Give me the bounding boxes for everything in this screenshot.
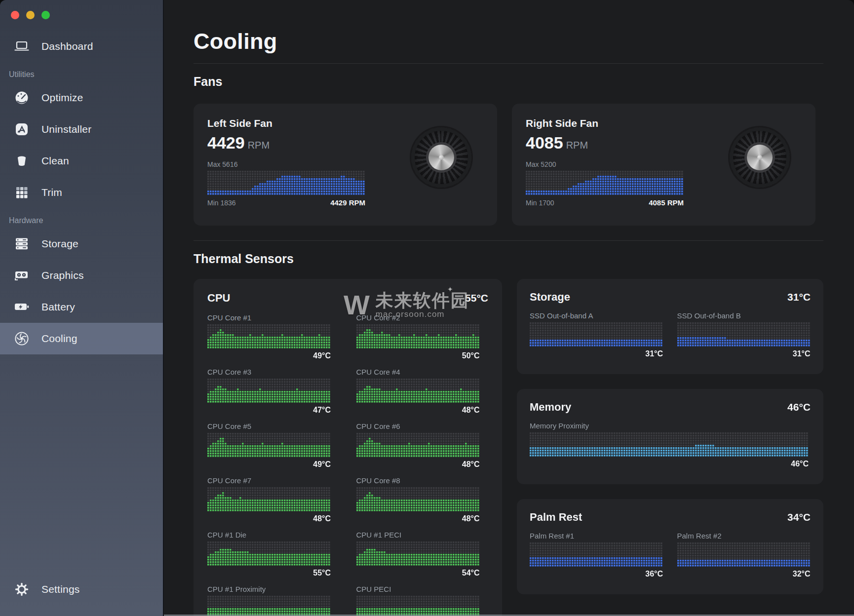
- sidebar-item-label: Clean: [41, 155, 69, 167]
- sidebar-item-cooling[interactable]: Cooling: [0, 323, 163, 354]
- minimize-button[interactable]: [26, 11, 35, 19]
- sensor-graph-wrap: 31°C: [677, 322, 811, 358]
- history-graph-ssd_b: [677, 322, 811, 347]
- fan-image: [411, 127, 471, 188]
- sensor-graph-wrap: 49°C: [207, 433, 331, 469]
- history-graph-core8: [356, 487, 480, 512]
- page-title: Cooling: [194, 0, 823, 54]
- sensor-temp: 48°C: [356, 460, 480, 469]
- fan-card: Right Side Fan4085RPMMax 5200Min 1700408…: [512, 104, 815, 226]
- divider: [194, 63, 823, 64]
- sidebar-item-label: Uninstaller: [41, 123, 91, 135]
- server-icon: [13, 235, 31, 253]
- sensor-label: SSD Out-of-band A: [530, 311, 663, 320]
- bucket-icon: [13, 152, 31, 170]
- sensor-graph-wrap: [207, 596, 331, 616]
- sensor-label: CPU Core #2: [356, 313, 489, 322]
- sensor-label: CPU PECI: [356, 585, 489, 593]
- sensor-label: SSD Out-of-band B: [677, 311, 811, 320]
- fan-hub: [428, 145, 454, 170]
- fan-rpm-value: 4429: [207, 133, 245, 152]
- sidebar-item-battery[interactable]: Battery: [0, 291, 163, 323]
- sidebar-item-trim[interactable]: Trim: [0, 177, 163, 208]
- sensor-item: SSD Out-of-band A31°C: [530, 311, 663, 358]
- sensor-label: CPU Core #8: [356, 476, 489, 485]
- card-temp: 34°C: [787, 511, 811, 523]
- sensor-graph-wrap: [356, 596, 480, 616]
- fan-current-rpm: 4085 RPM: [649, 198, 684, 207]
- sidebar-item-label: Optimize: [41, 92, 83, 104]
- sidebar-item-graphics[interactable]: Graphics: [0, 260, 163, 291]
- sidebar-item-optimize[interactable]: Optimize: [0, 82, 163, 114]
- sensor-graph-wrap: 31°C: [530, 322, 663, 358]
- sidebar-section-label: Hardware: [9, 216, 163, 225]
- sensor-temp: 55°C: [207, 569, 331, 578]
- sensor-item: CPU PECI: [356, 585, 489, 616]
- fan-rpm-unit: RPM: [248, 140, 270, 151]
- fan-image: [730, 127, 790, 188]
- sensor-item: Palm Rest #232°C: [677, 532, 811, 578]
- sensor-label: Palm Rest #2: [677, 532, 811, 540]
- sensor-item: CPU #1 PECI54°C: [356, 531, 489, 578]
- sensor-label: CPU Core #1: [207, 313, 340, 322]
- fan-min-label: Min 1700: [526, 199, 554, 207]
- sensor-graph-wrap: 48°C: [356, 487, 480, 523]
- close-button[interactable]: [11, 11, 19, 19]
- zoom-button[interactable]: [41, 11, 50, 19]
- main-content: Cooling Fans Left Side Fan4429RPMMax 561…: [164, 0, 854, 616]
- history-graph-core5: [207, 433, 331, 458]
- sensor-temp: 46°C: [530, 460, 809, 468]
- fan-graph-footer: Min 17004085 RPM: [526, 198, 684, 207]
- sidebar-item-dashboard[interactable]: Dashboard: [0, 31, 163, 62]
- sensor-graph-wrap: 48°C: [207, 487, 331, 523]
- sensor-item: Palm Rest #136°C: [530, 532, 663, 578]
- gear-icon: [13, 580, 31, 598]
- sidebar-item-storage[interactable]: Storage: [0, 228, 163, 260]
- sensor-graph-wrap: 48°C: [356, 379, 480, 415]
- card-title: Palm Rest: [530, 511, 582, 524]
- sensor-graph-wrap: 46°C: [530, 432, 809, 468]
- sensor-item: Memory Proximity46°C: [530, 422, 811, 468]
- sensor-label: CPU Core #7: [207, 476, 340, 485]
- sidebar-item-uninstaller[interactable]: Uninstaller: [0, 114, 163, 145]
- sidebar-item-settings[interactable]: Settings: [0, 574, 163, 605]
- thermal-row: CPU 55°C CPU Core #149°CCPU Core #250°CC…: [194, 279, 823, 616]
- battery-icon: [13, 298, 31, 316]
- history-graph-core2: [356, 324, 480, 349]
- fan-graph-block: Max 5200Min 17004085 RPM: [526, 160, 684, 207]
- sensor-label: CPU #1 Proximity: [207, 585, 340, 593]
- sidebar-item-label: Trim: [41, 187, 62, 198]
- cpu-card-header: CPU 55°C: [207, 292, 488, 305]
- history-graph-peci1: [356, 541, 480, 566]
- card-sensor-grid: Palm Rest #136°CPalm Rest #232°C: [530, 532, 811, 578]
- card-title: Memory: [530, 401, 571, 414]
- thermal-right-column: Storage31°CSSD Out-of-band A31°CSSD Out-…: [517, 279, 823, 594]
- fans-row: Left Side Fan4429RPMMax 5616Min 18364429…: [194, 104, 823, 226]
- sidebar-item-label: Graphics: [41, 270, 84, 281]
- fan-current-rpm: 4429 RPM: [330, 198, 365, 207]
- sensor-graph-wrap: 36°C: [530, 542, 663, 578]
- storage-card: Storage31°CSSD Out-of-band A31°CSSD Out-…: [517, 279, 823, 374]
- sidebar-item-clean[interactable]: Clean: [0, 145, 163, 177]
- sensor-temp: 54°C: [356, 569, 480, 578]
- card-title: Storage: [530, 291, 570, 304]
- card-temp: 46°C: [787, 401, 811, 413]
- sensor-temp: 50°C: [356, 351, 480, 360]
- laptop-icon: [13, 38, 31, 55]
- sensor-label: CPU Core #5: [207, 422, 340, 430]
- sensor-item: CPU Core #448°C: [356, 368, 489, 415]
- sensor-temp: 49°C: [207, 460, 331, 469]
- window-controls: [11, 11, 50, 19]
- cpu-card-title: CPU: [207, 292, 230, 305]
- sensor-graph-wrap: 54°C: [356, 541, 480, 578]
- sensor-label: CPU #1 Die: [207, 531, 340, 539]
- card-temp: 31°C: [787, 291, 811, 303]
- gpu-icon: [13, 267, 31, 284]
- sensor-item: CPU #1 Proximity: [207, 585, 340, 616]
- sensor-temp: 48°C: [207, 514, 331, 523]
- fan-card: Left Side Fan4429RPMMax 5616Min 18364429…: [194, 104, 497, 226]
- history-graph-die: [207, 541, 331, 566]
- sensor-item: CPU Core #250°C: [356, 313, 489, 360]
- fan-icon: [13, 330, 31, 347]
- card-header: Memory46°C: [530, 401, 811, 414]
